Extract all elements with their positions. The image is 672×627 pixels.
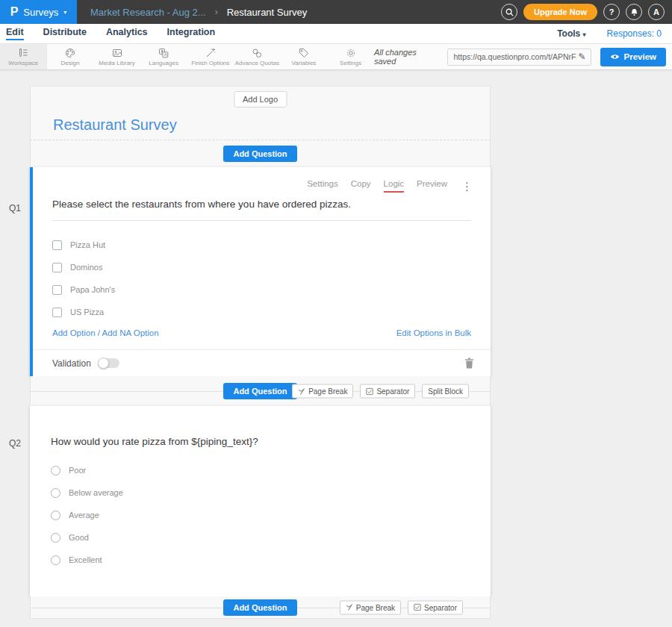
- toolbar-item-variables[interactable]: Variables: [281, 44, 328, 69]
- tab-analytics[interactable]: Analytics: [106, 27, 148, 40]
- survey-tabbar: Edit Distribute Analytics Integration To…: [0, 24, 672, 44]
- validation-toggle[interactable]: [99, 358, 119, 368]
- page-break-icon: [346, 604, 353, 611]
- add-option-link[interactable]: Add Option: [52, 328, 96, 337]
- q1-options: Pizza Hut Dominos Papa John's US Pizza: [52, 234, 471, 323]
- radio-button[interactable]: [51, 533, 60, 543]
- edit-url-pencil-icon[interactable]: ✎: [578, 52, 590, 62]
- checkbox[interactable]: [52, 263, 62, 272]
- gear-icon: [345, 47, 357, 59]
- survey-title[interactable]: Restaurant Survey: [53, 116, 177, 134]
- chevron-right-icon: ›: [215, 7, 218, 17]
- preview-button[interactable]: Preview: [600, 48, 666, 66]
- option-row: Average: [51, 504, 470, 526]
- avatar-initial: A: [653, 7, 659, 16]
- survey-url-box: ✎: [447, 49, 591, 66]
- account-avatar[interactable]: A: [648, 4, 665, 20]
- tab-distribute[interactable]: Distribute: [43, 27, 87, 40]
- toolbar-item-finish-options[interactable]: Finish Options: [187, 44, 234, 69]
- checkbox[interactable]: [52, 285, 62, 295]
- separator-icon: [366, 387, 373, 395]
- bell-icon: [629, 7, 639, 17]
- question-menu: Settings Copy Logic Preview ⋮: [307, 179, 473, 193]
- image-icon: [111, 47, 123, 59]
- links-separator: /: [98, 328, 100, 337]
- question-preview-link[interactable]: Preview: [417, 179, 447, 193]
- insert-buttons: Page Break Separator Split Block: [292, 384, 469, 399]
- radio-button[interactable]: [51, 511, 60, 520]
- add-logo-button[interactable]: Add Logo: [234, 91, 287, 107]
- edit-options-in-bulk-link[interactable]: Edit Options in Bulk: [396, 328, 471, 337]
- page-break-button[interactable]: Page Break: [340, 600, 401, 614]
- header-actions: Upgrade Now ? A: [501, 4, 665, 20]
- radio-button[interactable]: [51, 488, 60, 498]
- toolbar-item-design[interactable]: Design: [47, 44, 94, 69]
- add-question-button[interactable]: Add Question: [223, 146, 296, 162]
- magic-wand-icon: [205, 47, 217, 59]
- option-label[interactable]: Pizza Hut: [70, 240, 105, 249]
- insert-strip-bottom: Add Question Page Break Separator: [30, 596, 491, 619]
- radio-button[interactable]: [51, 466, 60, 475]
- survey-url-input[interactable]: [448, 52, 578, 61]
- separator-button[interactable]: Separator: [408, 600, 463, 614]
- search-button[interactable]: [501, 4, 517, 20]
- separator-button[interactable]: Separator: [360, 384, 415, 399]
- toolbar-item-settings[interactable]: Settings: [327, 44, 374, 69]
- question-copy-link[interactable]: Copy: [351, 179, 371, 193]
- add-question-button[interactable]: Add Question: [223, 599, 296, 616]
- add-na-option-link[interactable]: Add NA Option: [102, 328, 159, 337]
- split-block-button[interactable]: Split Block: [422, 384, 469, 399]
- toolbar-item-languages[interactable]: A Languages: [140, 44, 187, 69]
- responses-count-link[interactable]: Responses: 0: [607, 28, 662, 39]
- radio-button[interactable]: [51, 555, 60, 565]
- option-label[interactable]: Average: [69, 511, 99, 520]
- tab-edit[interactable]: Edit: [6, 27, 24, 40]
- editor-toolbar: Workspace Design Media Library A Languag…: [0, 44, 672, 70]
- question-card-q2[interactable]: How would you rate pizza from ${piping_t…: [30, 406, 491, 596]
- surveys-product-menu[interactable]: P Surveys ▾: [0, 0, 77, 24]
- option-label[interactable]: Dominos: [70, 263, 102, 272]
- option-label[interactable]: Excellent: [69, 555, 102, 564]
- insert-strip-top: Add Question: [30, 140, 491, 167]
- option-label[interactable]: Below average: [69, 488, 123, 497]
- toolbar-item-workspace[interactable]: Workspace: [0, 44, 47, 69]
- tools-dropdown[interactable]: Tools ▾: [557, 28, 585, 39]
- kebab-menu-icon[interactable]: ⋮: [461, 181, 473, 192]
- checkbox[interactable]: [52, 308, 62, 317]
- questionpro-logo-icon: P: [10, 6, 19, 18]
- option-label[interactable]: US Pizza: [70, 308, 104, 316]
- notifications-button[interactable]: [626, 4, 642, 20]
- toolbar-item-media-library[interactable]: Media Library: [93, 44, 140, 69]
- option-row: US Pizza: [52, 301, 471, 323]
- checkbox[interactable]: [52, 240, 62, 250]
- question-text-wrap: Please select the restaurants from where…: [52, 167, 471, 221]
- survey-header-section: Add Logo Restaurant Survey: [30, 86, 491, 140]
- question-text-q1[interactable]: Please select the restaurants from where…: [52, 199, 471, 210]
- help-button[interactable]: ?: [603, 4, 620, 20]
- option-label[interactable]: Good: [69, 533, 89, 542]
- toolbar-right: All changes saved ✎ Preview: [374, 44, 672, 69]
- survey-canvas: Q1 Q2 Add Logo Restaurant Survey Add Que…: [0, 70, 672, 627]
- question-card-q1[interactable]: Settings Copy Logic Preview ⋮ Please sel…: [30, 167, 491, 376]
- option-row: Pizza Hut: [52, 234, 471, 256]
- insert-buttons: Page Break Separator: [340, 600, 463, 614]
- add-question-button[interactable]: Add Question: [223, 383, 296, 399]
- tab-integration[interactable]: Integration: [167, 27, 216, 40]
- q1-option-links: Add Option / Add NA Option Edit Options …: [52, 328, 471, 337]
- breadcrumb-folder-link[interactable]: Market Research - Aug 2...: [90, 7, 206, 18]
- product-name: Surveys: [23, 7, 58, 18]
- breadcrumb: Market Research - Aug 2... › Restaurant …: [90, 7, 307, 18]
- page-break-button[interactable]: Page Break: [292, 384, 353, 399]
- option-label[interactable]: Papa John's: [70, 285, 115, 294]
- workspace-icon: [17, 47, 29, 59]
- breadcrumb-survey-name: Restaurant Survey: [227, 7, 308, 18]
- svg-text:A: A: [164, 52, 167, 57]
- question-text-q2[interactable]: How would you rate pizza from ${piping_t…: [51, 436, 470, 447]
- question-settings-link[interactable]: Settings: [307, 179, 338, 193]
- delete-question-button[interactable]: [464, 358, 474, 369]
- question-code-q2: Q2: [9, 438, 21, 449]
- toolbar-item-advance-quotas[interactable]: Advance Quotas: [234, 44, 281, 69]
- question-logic-link[interactable]: Logic: [384, 179, 405, 193]
- option-label[interactable]: Poor: [69, 466, 86, 475]
- upgrade-now-button[interactable]: Upgrade Now: [523, 4, 597, 20]
